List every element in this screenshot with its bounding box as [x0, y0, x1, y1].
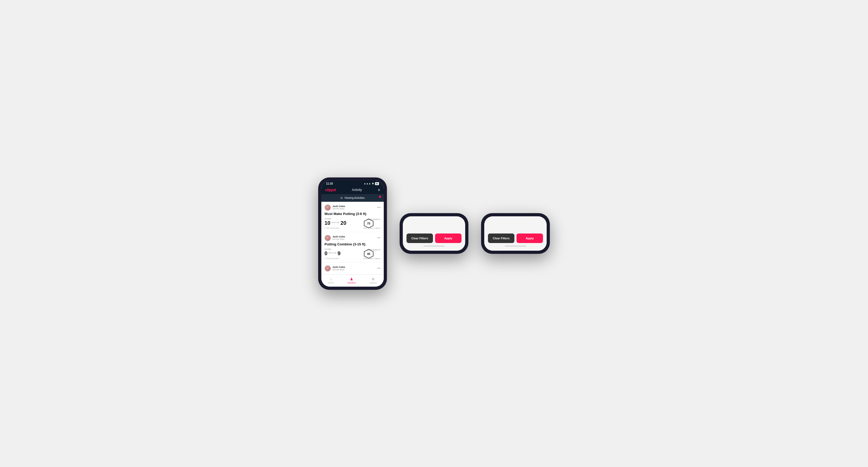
- tab-bar-1: ⌂ Home ♟ Activities ⊕ Capture: [321, 275, 384, 287]
- filter-modal-2: Filter ✕ Show Rounds Practice Drills Rou…: [403, 216, 465, 251]
- modal-footer-3: Clear Filters Apply: [488, 234, 543, 243]
- viewing-bar-1[interactable]: ⊞ Viewing Activities: [321, 194, 384, 202]
- filter-icon-1: ⊞: [340, 196, 343, 200]
- user-name-1: Josh Coles: [333, 205, 345, 208]
- more-dots-3[interactable]: •••: [377, 267, 380, 270]
- phone-2-screen: 11:33 ▲▲▲ ⊕ 51 clippd Activity ≡ ⊞ Viewi…: [403, 216, 465, 251]
- tab-activities-label: Activities: [347, 282, 356, 284]
- activities-icon: ♟: [350, 277, 353, 281]
- phone-3-screen: 11:33 ▲▲▲ ⊕ 51 clippd Activity ≡ ⊞ Viewi…: [484, 216, 547, 251]
- menu-icon-1[interactable]: ≡: [378, 188, 380, 192]
- user-name-3: Josh Coles: [333, 266, 345, 269]
- more-dots-1[interactable]: •••: [377, 206, 380, 210]
- score-value-2: 0: [324, 251, 328, 256]
- user-name-2: Josh Coles: [333, 235, 345, 238]
- dynamic-island-1: [345, 182, 361, 186]
- home-indicator-3: [505, 246, 526, 246]
- score-group-1: Score 10 OUT OF 20: [324, 218, 346, 225]
- tab-home-label: Home: [328, 282, 334, 284]
- more-dots-2[interactable]: •••: [377, 236, 380, 240]
- user-info-2: JC Josh Coles 28 Feb 2023: [324, 235, 345, 241]
- score-label-2: Score: [324, 248, 340, 250]
- home-indicator-2: [424, 246, 444, 246]
- clear-filters-btn-2[interactable]: Clear Filters: [406, 234, 433, 243]
- status-icons-1: ▲▲▲ ⊕ 51: [364, 182, 379, 185]
- red-dot-1: [379, 196, 381, 198]
- tab-activities[interactable]: ♟ Activities: [347, 277, 356, 284]
- score-value-1: 10: [324, 220, 330, 225]
- outof-2: OUT OF: [329, 252, 336, 255]
- user-info-1: JC Josh Coles 28 Feb 2023: [324, 205, 345, 211]
- modal-footer-2: Clear Filters Apply: [406, 234, 462, 243]
- shots-value-2: 9: [338, 251, 340, 256]
- activity-item-3[interactable]: JC Josh Coles 28 Feb 2023 •••: [321, 262, 384, 275]
- test-info-2: ℹ Test Information: [324, 257, 339, 260]
- apply-btn-2[interactable]: Apply: [435, 234, 462, 243]
- apply-btn-3[interactable]: Apply: [517, 234, 543, 243]
- activity-item-1[interactable]: JC Josh Coles 28 Feb 2023 ••• Must Make …: [321, 202, 384, 232]
- filter-modal-3: Filter ✕ Show Rounds Practice Drills Pra…: [484, 216, 547, 251]
- phone-2: 11:33 ▲▲▲ ⊕ 51 clippd Activity ≡ ⊞ Viewi…: [400, 213, 468, 254]
- activity-header-3: JC Josh Coles 28 Feb 2023 •••: [324, 265, 380, 272]
- tab-capture[interactable]: ⊕ Capture: [369, 277, 377, 284]
- tab-capture-label: Capture: [369, 282, 377, 284]
- viewing-label-1: Viewing Activities: [344, 196, 365, 199]
- status-time-1: 11:33: [326, 182, 333, 185]
- test-info-1: ℹ Test Information: [324, 227, 339, 229]
- nav-bar-1: clippd Activity ≡: [321, 186, 384, 194]
- phone-1-screen: 11:33 ▲▲▲ ⊕ 51 clippd Activity ≡ ⊞ Viewi…: [321, 181, 384, 287]
- hexagon-1: 75: [367, 222, 370, 225]
- clear-filters-btn-3[interactable]: Clear Filters: [488, 234, 515, 243]
- app-logo-1: clippd: [325, 188, 336, 192]
- sq-value-2: 45: [367, 252, 370, 255]
- phone-3: 11:33 ▲▲▲ ⊕ 51 clippd Activity ≡ ⊞ Viewi…: [481, 213, 550, 254]
- nav-title-1: Activity: [352, 188, 362, 192]
- score-group-2: Score 0 OUT OF 9: [324, 248, 340, 256]
- activity-header-1: JC Josh Coles 28 Feb 2023 •••: [324, 205, 380, 211]
- stats-row-2: Score 0 OUT OF 9 Shot Quality: [324, 248, 380, 256]
- activity-list-1: JC Josh Coles 28 Feb 2023 ••• Must Make …: [321, 202, 384, 275]
- score-label-1: Score: [324, 218, 346, 220]
- tab-home[interactable]: ⌂ Home: [328, 277, 334, 284]
- activity-title-2: Putting Combine (3-15 ft): [324, 242, 380, 246]
- capture-icon: ⊕: [372, 277, 375, 281]
- user-info-3: JC Josh Coles 28 Feb 2023: [324, 265, 345, 272]
- home-icon: ⌂: [330, 277, 332, 281]
- activity-header-2: JC Josh Coles 28 Feb 2023 •••: [324, 235, 380, 241]
- avatar-1: JC: [324, 205, 331, 211]
- user-date-2: 28 Feb 2023: [333, 238, 345, 240]
- sq-value-1: 75: [367, 222, 370, 225]
- stats-row-1: Score 10 OUT OF 20 Shot Quality: [324, 218, 380, 225]
- avatar-3: JC: [324, 265, 331, 272]
- hexagon-2: 45: [367, 252, 370, 255]
- scene: 11:33 ▲▲▲ ⊕ 51 clippd Activity ≡ ⊞ Viewi…: [302, 162, 566, 306]
- user-date-1: 28 Feb 2023: [333, 208, 345, 210]
- shots-value-1: 20: [340, 220, 346, 225]
- activity-title-1: Must Make Putting (3-6 ft): [324, 212, 380, 216]
- activity-item-2[interactable]: JC Josh Coles 28 Feb 2023 ••• Putting Co…: [321, 232, 384, 262]
- avatar-2: JC: [324, 235, 331, 241]
- phone-1: 11:33 ▲▲▲ ⊕ 51 clippd Activity ≡ ⊞ Viewi…: [318, 178, 387, 290]
- user-date-3: 28 Feb 2023: [333, 269, 345, 271]
- outof-1: OUT OF: [331, 221, 339, 224]
